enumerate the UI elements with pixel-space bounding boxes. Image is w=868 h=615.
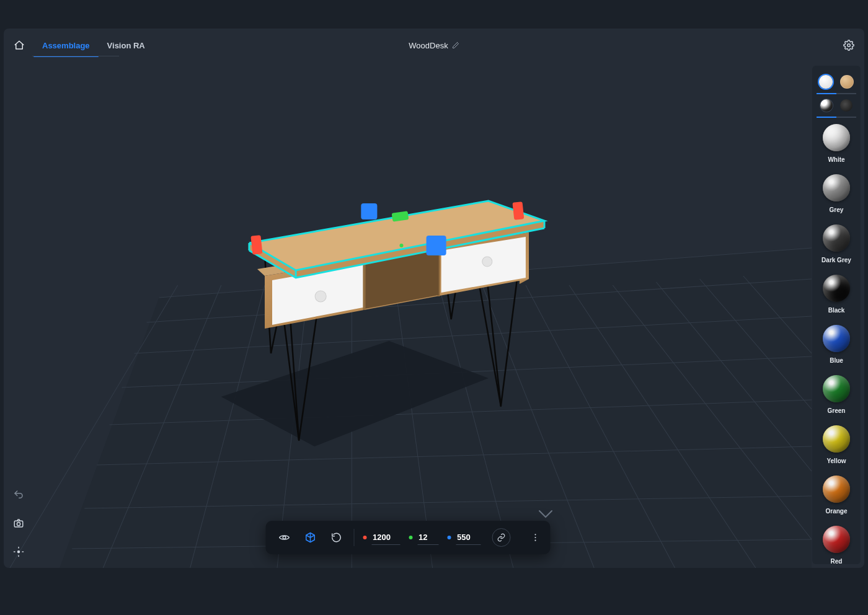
box-icon: [304, 532, 316, 543]
color-swatch-black[interactable]: Black: [823, 275, 850, 314]
materials-panel: WhiteGreyDark GreyBlackBlueGreenYellowOr…: [812, 66, 861, 564]
color-swatch-label: Dark Grey: [822, 257, 851, 263]
dimension-y-input[interactable]: [417, 530, 438, 545]
dimension-toolbar: [265, 521, 550, 554]
sphere-icon: [823, 224, 850, 252]
color-swatch-label: Black: [828, 307, 845, 314]
sphere-icon: [823, 275, 850, 302]
svg-point-49: [18, 551, 20, 553]
sphere-icon: [823, 325, 850, 352]
dimension-y: [409, 530, 438, 545]
color-swatch-yellow[interactable]: Yellow: [823, 425, 850, 464]
svg-point-33: [482, 257, 492, 267]
finish-gloss[interactable]: [820, 99, 833, 112]
link-icon: [497, 533, 505, 542]
category-wood[interactable]: [840, 75, 854, 89]
link-dimensions-button[interactable]: [492, 528, 510, 547]
dimension-x-input[interactable]: [371, 530, 400, 545]
sphere-icon: [823, 124, 850, 151]
bounding-box-button[interactable]: [301, 529, 319, 546]
locate-icon: [13, 546, 24, 557]
finish-matte[interactable]: [840, 99, 852, 112]
color-swatch-green[interactable]: Green: [823, 375, 850, 414]
home-button[interactable]: [11, 37, 27, 53]
z-axis-dot-icon: [447, 536, 451, 539]
svg-point-50: [283, 536, 286, 539]
color-swatch-grey[interactable]: Grey: [823, 174, 850, 213]
svg-rect-44: [361, 203, 377, 219]
color-swatch-label: Blue: [830, 357, 843, 364]
svg-point-48: [17, 523, 20, 526]
tab-assemblage[interactable]: Assemblage: [33, 29, 99, 62]
more-options-button[interactable]: [530, 533, 540, 542]
color-swatch-red[interactable]: Red: [823, 526, 850, 564]
material-finish-row: [812, 94, 861, 117]
gear-icon: [843, 40, 854, 51]
color-swatch-label: Red: [831, 558, 843, 564]
more-icon: [530, 533, 540, 542]
svg-point-46: [399, 244, 403, 247]
recenter-button[interactable]: [10, 543, 27, 560]
svg-rect-41: [250, 235, 262, 255]
color-swatch-label: Orange: [825, 508, 847, 515]
header-bar: Assemblage Vision RA WoodDesk: [4, 29, 864, 62]
sphere-icon: [823, 174, 850, 201]
sphere-icon: [823, 526, 850, 553]
svg-rect-47: [14, 521, 23, 527]
undo-button[interactable]: [10, 486, 27, 503]
document-title-text: WoodDesk: [409, 41, 448, 50]
settings-button[interactable]: [841, 37, 857, 53]
color-swatch-blue[interactable]: Blue: [823, 325, 850, 364]
color-swatch-dark-grey[interactable]: Dark Grey: [822, 224, 851, 263]
dimension-z: [447, 530, 480, 545]
color-swatch-white[interactable]: White: [823, 124, 850, 163]
floor-grid: [4, 62, 812, 568]
color-swatch-label: Yellow: [826, 458, 846, 464]
orbit-tool-button[interactable]: [275, 529, 293, 546]
left-tool-column: [10, 486, 27, 560]
y-axis-dot-icon: [409, 536, 412, 539]
svg-rect-45: [427, 236, 446, 255]
screenshot-button[interactable]: [10, 515, 27, 532]
color-swatch-orange[interactable]: Orange: [823, 476, 850, 515]
3d-viewport[interactable]: [4, 62, 812, 568]
dimension-x: [363, 530, 400, 545]
orbit-icon: [278, 532, 290, 543]
sphere-icon: [823, 476, 850, 503]
color-swatch-list[interactable]: WhiteGreyDark GreyBlackBlueGreenYellowOr…: [812, 118, 861, 564]
mode-tabs: Assemblage Vision RA: [33, 29, 154, 62]
sphere-icon: [823, 425, 850, 453]
svg-point-0: [848, 44, 851, 47]
x-axis-dot-icon: [363, 536, 366, 539]
svg-point-51: [534, 534, 536, 535]
color-swatch-label: White: [828, 156, 844, 163]
svg-rect-42: [512, 201, 524, 220]
reset-rotation-button[interactable]: [327, 529, 345, 546]
color-swatch-label: Grey: [830, 206, 844, 213]
color-swatch-label: Green: [828, 407, 846, 414]
dimension-z-input[interactable]: [456, 530, 480, 545]
reset-rotation-icon: [330, 532, 342, 543]
svg-point-53: [534, 540, 536, 541]
material-category-row: [812, 71, 861, 93]
tab-vision-ra[interactable]: Vision RA: [99, 29, 154, 62]
pencil-icon: [452, 42, 459, 49]
undo-icon: [13, 489, 24, 500]
svg-point-52: [534, 537, 536, 538]
home-icon: [14, 40, 25, 51]
camera-icon: [13, 518, 24, 529]
sphere-icon: [823, 375, 850, 402]
svg-point-31: [315, 291, 326, 302]
category-paint[interactable]: [819, 75, 833, 89]
